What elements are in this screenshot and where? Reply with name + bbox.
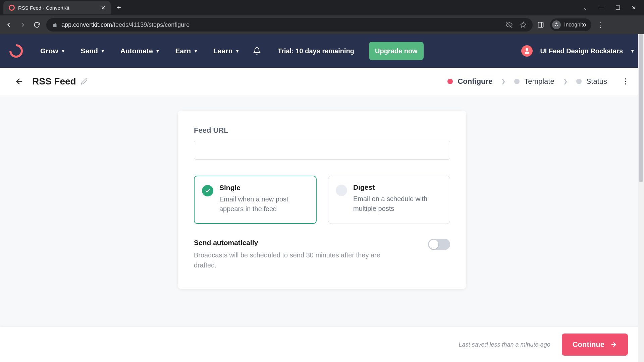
avatar — [521, 45, 533, 57]
chevron-down-icon: ▼ — [61, 49, 65, 54]
browser-forward-button[interactable] — [18, 20, 28, 29]
tabs-dropdown-icon[interactable]: ⌄ — [583, 5, 587, 11]
scrollbar-thumb[interactable] — [639, 34, 643, 182]
address-bar[interactable]: app.convertkit.com/feeds/41139/steps/con… — [46, 18, 533, 32]
app-logo[interactable] — [7, 42, 26, 61]
chevron-down-icon: ▼ — [156, 49, 160, 54]
nav-grow[interactable]: Grow▼ — [40, 47, 65, 55]
page-title: RSS Feed — [32, 76, 76, 87]
chevron-down-icon: ▼ — [194, 49, 198, 54]
option-title: Single — [219, 184, 309, 192]
browser-reload-button[interactable] — [32, 20, 42, 29]
lock-icon — [52, 22, 57, 27]
tab-favicon — [9, 5, 15, 11]
tab-close-icon[interactable]: ✕ — [101, 5, 105, 11]
new-tab-button[interactable]: + — [117, 3, 121, 12]
app-top-nav: Grow▼ Send▼ Automate▼ Earn▼ Learn▼ Trial… — [0, 34, 644, 68]
send-auto-toggle[interactable] — [428, 239, 450, 250]
step-configure[interactable]: Configure — [447, 77, 492, 86]
step-dot-icon — [447, 79, 453, 84]
step-dot-icon — [576, 79, 582, 84]
option-single[interactable]: Single Email when a new post appears in … — [194, 176, 317, 224]
svg-rect-1 — [538, 22, 543, 27]
nav-earn[interactable]: Earn▼ — [175, 47, 198, 55]
toggle-knob — [429, 240, 438, 249]
feed-url-input[interactable] — [194, 141, 450, 160]
tab-title: RSS Feed - ConvertKit — [18, 5, 98, 11]
chevron-down-icon: ▼ — [101, 49, 105, 54]
window-minimize-icon[interactable]: ― — [599, 5, 604, 11]
last-saved-text: Last saved less than a minute ago — [459, 341, 550, 348]
account-name: UI Feed Design Rockstars — [540, 47, 623, 56]
configure-card: Feed URL Single Email when a new post ap… — [178, 111, 466, 289]
incognito-icon — [552, 20, 561, 29]
option-desc: Email when a new post appears in the fee… — [219, 194, 309, 214]
arrow-right-icon — [610, 341, 617, 348]
chevron-down-icon: ▼ — [630, 49, 635, 54]
edit-title-icon[interactable] — [81, 78, 88, 85]
continue-button[interactable]: Continue — [562, 334, 628, 356]
account-menu[interactable]: UI Feed Design Rockstars ▼ — [521, 45, 635, 57]
step-dot-icon — [514, 79, 520, 84]
radio-checked-icon — [202, 185, 213, 196]
window-close-icon[interactable]: ✕ — [632, 5, 636, 11]
incognito-label: Incognito — [564, 22, 586, 28]
step-template[interactable]: Template — [514, 77, 554, 86]
option-digest[interactable]: Digest Email on a schedule with multiple… — [328, 176, 450, 224]
trial-status: Trial: 10 days remaining — [278, 47, 354, 56]
chevron-down-icon: ▼ — [235, 49, 239, 54]
send-auto-label: Send automatically — [194, 239, 418, 247]
chevron-right-icon: ❯ — [563, 78, 568, 84]
side-panel-icon[interactable] — [537, 21, 544, 28]
option-title: Digest — [353, 183, 442, 191]
more-menu-icon[interactable]: ⋮ — [622, 77, 629, 86]
upgrade-button[interactable]: Upgrade now — [369, 42, 424, 60]
chevron-right-icon: ❯ — [501, 78, 505, 84]
step-status[interactable]: Status — [576, 77, 607, 86]
footer-bar: Last saved less than a minute ago Contin… — [0, 327, 644, 362]
nav-automate[interactable]: Automate▼ — [120, 47, 160, 55]
browser-tab[interactable]: RSS Feed - ConvertKit ✕ — [3, 1, 111, 14]
option-desc: Email on a schedule with multiple posts — [353, 194, 442, 214]
profile-chip[interactable]: Incognito — [550, 18, 591, 31]
sub-header: RSS Feed Configure ❯ Template ❯ Status ⋮ — [0, 68, 644, 95]
browser-back-button[interactable] — [4, 20, 13, 29]
url-text: app.convertkit.com/feeds/41139/steps/con… — [61, 21, 190, 28]
notifications-bell-icon[interactable] — [253, 47, 261, 55]
eye-off-icon[interactable] — [506, 21, 513, 28]
window-maximize-icon[interactable]: ❐ — [615, 5, 620, 11]
radio-unchecked-icon — [336, 185, 347, 196]
scrollbar[interactable] — [638, 34, 644, 362]
nav-learn[interactable]: Learn▼ — [213, 47, 239, 55]
nav-send[interactable]: Send▼ — [81, 47, 105, 55]
bookmark-star-icon[interactable] — [520, 21, 527, 28]
feed-url-label: Feed URL — [194, 126, 450, 135]
svg-marker-0 — [521, 22, 526, 27]
send-auto-desc: Broadcasts will be scheduled to send 30 … — [194, 250, 398, 270]
back-button[interactable] — [15, 77, 24, 86]
browser-menu-icon[interactable]: ⋮ — [597, 21, 603, 29]
